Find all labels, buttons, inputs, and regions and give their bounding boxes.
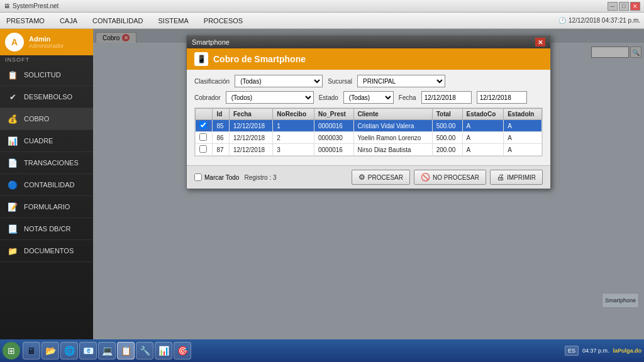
language-indicator: ES — [565, 346, 579, 356]
datetime-text: 12/12/2018 04:37:21 p.m. — [569, 17, 640, 24]
smartphone-tab[interactable]: Smartphone — [602, 293, 639, 308]
imprimir-button[interactable]: 🖨 IMPRIMIR — [490, 170, 543, 185]
fecha-label: Fecha — [399, 94, 416, 101]
no-procesar-button[interactable]: 🚫 NO PROCESAR — [414, 170, 486, 185]
modal-header-icon: 📱 — [194, 52, 208, 66]
documentos-icon: 📁 — [6, 244, 19, 257]
sidebar-item-formulario[interactable]: 📝 FORMULARIO — [0, 196, 93, 218]
sidebar-item-solicitud[interactable]: 📋 SOLICITUD — [0, 64, 93, 86]
taskbar-app-9[interactable]: 🎯 — [174, 342, 191, 359]
close-button[interactable]: ✕ — [630, 2, 640, 11]
modal-footer: Marcar Todo Registro : 3 ⚙ PROCESAR 🚫 NO… — [187, 165, 550, 189]
sidebar-label-formulario: FORMULARIO — [24, 203, 70, 211]
row-checkbox[interactable] — [199, 133, 207, 141]
minimize-button[interactable]: ─ — [608, 2, 618, 11]
col-header-check — [196, 109, 213, 120]
modal-smartphone: Smartphone ✕ 📱 Cobro de Smartphone Clasi… — [186, 35, 551, 189]
sidebar-item-documentos[interactable]: 📁 DOCUMENTOS — [0, 240, 93, 262]
taskbar-app-systemprest[interactable]: 📋 — [117, 342, 135, 359]
taskbar-app-3[interactable]: 🌐 — [60, 342, 78, 359]
main-layout: A Admin Administrador INSOFT 📋 SOLICITUD… — [0, 29, 644, 339]
taskbar-items: 🖥 📂 🌐 📧 💻 📋 🔧 📊 🎯 — [23, 342, 562, 359]
modal-title: Smartphone — [192, 38, 230, 46]
fecha-to-input[interactable] — [477, 91, 527, 104]
marcar-todo-area: Marcar Todo — [194, 173, 239, 181]
clock-icon: 🕐 — [558, 17, 566, 24]
procesar-icon: ⚙ — [358, 173, 365, 182]
solicitud-icon: 📋 — [6, 69, 19, 81]
filter-row-2: Cobrador (Todos) Estado (Todas) Fecha — [194, 91, 543, 104]
col-header-estadoin: EstadoIn — [504, 109, 542, 120]
estado-label: Estado — [319, 94, 338, 101]
sidebar-item-transaciones[interactable]: 📄 TRANSACIONES — [0, 152, 93, 174]
sidebar: A Admin Administrador INSOFT 📋 SOLICITUD… — [0, 29, 93, 339]
cobro-icon: 💰 — [6, 112, 19, 125]
row-checkbox[interactable] — [199, 121, 207, 129]
formulario-icon: 📝 — [6, 200, 19, 213]
sidebar-username: Admin — [29, 35, 64, 43]
transaciones-icon: 📄 — [6, 156, 19, 169]
sidebar-label-cobro: COBRO — [24, 115, 49, 123]
col-header-fecha: Fecha — [230, 109, 273, 120]
registry-count: Registro : 3 — [244, 174, 276, 181]
sidebar-header: A Admin Administrador — [0, 29, 93, 55]
col-header-norecibo: NoRecibo — [273, 109, 314, 120]
sidebar-label-notas: NOTAS DB/CR — [24, 225, 70, 233]
data-table: Id Fecha NoRecibo No_Prest Cliente Total… — [195, 108, 542, 156]
estado-select[interactable]: (Todas) — [343, 91, 394, 104]
modal-header-bar: 📱 Cobro de Smartphone — [187, 48, 550, 70]
fecha-from-input[interactable] — [421, 91, 472, 104]
notas-icon: 📃 — [6, 222, 19, 235]
row-checkbox[interactable] — [199, 145, 207, 153]
imprimir-label: IMPRIMIR — [507, 174, 536, 181]
taskbar-app-5[interactable]: 💻 — [98, 342, 116, 359]
clasificacion-select[interactable]: (Todas) — [235, 75, 323, 87]
taskbar-app-2[interactable]: 📂 — [42, 342, 59, 359]
sidebar-item-cuadre[interactable]: 📊 CUADRE — [0, 130, 93, 152]
title-bar: 🖥 SystemPrest.net ─ □ ✕ — [0, 0, 644, 13]
maximize-button[interactable]: □ — [619, 2, 629, 11]
sidebar-role: Administrador — [29, 43, 64, 49]
avatar: A — [5, 33, 24, 52]
taskbar-right: ES 04:37 p.m. laPulga.do — [565, 346, 641, 356]
modal-close-button[interactable]: ✕ — [535, 38, 545, 47]
sidebar-label-contabilidad: CONTABILIDAD — [24, 181, 74, 189]
start-button[interactable]: ⊞ — [3, 342, 20, 359]
marcar-todo-checkbox[interactable] — [194, 173, 202, 181]
modal-overlay: Smartphone ✕ 📱 Cobro de Smartphone Clasi… — [93, 29, 644, 339]
procesar-button[interactable]: ⚙ PROCESAR — [352, 170, 410, 185]
nav-prestamo[interactable]: PRESTAMO — [4, 16, 47, 26]
table-row[interactable]: 8712/12/201830000016Nirso Diaz Bautista2… — [196, 144, 542, 156]
footer-buttons: ⚙ PROCESAR 🚫 NO PROCESAR 🖨 IMPRIMIR — [352, 170, 543, 185]
sidebar-label-cuadre: CUADRE — [24, 137, 53, 145]
modal-title-bar: Smartphone ✕ — [187, 36, 550, 48]
taskbar-logo: laPulga.do — [613, 348, 641, 354]
nav-caja[interactable]: CAJA — [57, 16, 80, 26]
sidebar-item-desembolso[interactable]: ✔ DESEMBOLSO — [0, 86, 93, 108]
sidebar-label-desembolso: DESEMBOLSO — [24, 93, 72, 101]
no-procesar-label: NO PROCESAR — [433, 174, 479, 181]
cobrador-select[interactable]: (Todos) — [226, 91, 314, 104]
clasificacion-label: Clasificación — [194, 78, 230, 85]
col-header-cliente: Cliente — [353, 109, 432, 120]
nav-contabilidad[interactable]: CONTABILIDAD — [90, 16, 145, 26]
col-header-total: Total — [432, 109, 462, 120]
nav-procesos[interactable]: PROCESOS — [201, 16, 245, 26]
modal-body: Clasificación (Todas) Sucursal PRINCIPAL… — [187, 70, 550, 165]
table-row[interactable]: 8512/12/201810000016Cristian Vidal Valer… — [196, 120, 542, 132]
sidebar-item-cobro[interactable]: 💰 COBRO — [0, 108, 93, 130]
taskbar-app-4[interactable]: 📧 — [79, 342, 97, 359]
sucursal-select[interactable]: PRINCIPAL — [357, 75, 445, 87]
nav-sistema[interactable]: SISTEMA — [156, 16, 191, 26]
cobrador-label: Cobrador — [194, 94, 221, 101]
desembolso-icon: ✔ — [6, 90, 19, 103]
table-row[interactable]: 8612/12/201820000030Yoelin Ramon Lorenzo… — [196, 132, 542, 144]
taskbar-app-8[interactable]: 📊 — [155, 342, 172, 359]
clock-display: 🕐 12/12/2018 04:37:21 p.m. — [558, 17, 640, 24]
taskbar-app-7[interactable]: 🔧 — [136, 342, 153, 359]
sidebar-item-contabilidad[interactable]: 🔵 CONTABILIDAD — [0, 174, 93, 196]
modal-header-title: Cobro de Smartphone — [213, 54, 306, 64]
taskbar-app-1[interactable]: 🖥 — [23, 342, 40, 359]
sidebar-item-notas[interactable]: 📃 NOTAS DB/CR — [0, 218, 93, 240]
contabilidad-icon: 🔵 — [6, 178, 19, 191]
